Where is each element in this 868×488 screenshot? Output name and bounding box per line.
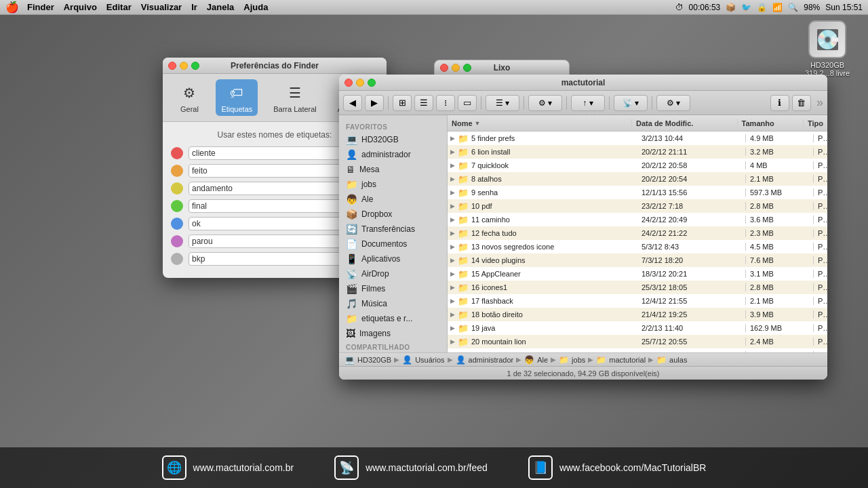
tab-barra-lateral[interactable]: ☰ Barra Lateral (268, 79, 322, 116)
breadcrumb-item[interactable]: 📁 jobs (559, 355, 585, 365)
table-row[interactable]: ▶ 📁 6 lion install 20/2/12 21:11 3.2 MB … (448, 145, 827, 159)
sidebar-icon: 📁 (346, 179, 357, 190)
menu-ajuda[interactable]: Ajuda (243, 2, 268, 12)
menu-janela[interactable]: Janela (207, 2, 234, 12)
sidebar-item-administrador[interactable]: 👤 administrador (339, 147, 447, 162)
forward-button[interactable]: ▶ (365, 95, 384, 111)
col-header-type[interactable]: Tipo (804, 119, 827, 127)
finder-minimize[interactable] (356, 79, 364, 87)
file-name-cell: ▶ 📁 9 senha (448, 188, 637, 198)
menu-ir[interactable]: Ir (191, 2, 197, 12)
cover-flow-button[interactable]: ▭ (458, 95, 477, 111)
table-row[interactable]: ▶ 📁 12 fecha tudo 24/2/12 21:22 2.3 MB P… (448, 226, 827, 240)
lixo-close[interactable] (440, 64, 448, 72)
table-row[interactable]: ▶ 📁 14 video plugins 7/3/12 18:20 7.6 MB… (448, 253, 827, 267)
tab-etiquetas[interactable]: 🏷 Etiquetas (216, 79, 258, 116)
breadcrumb-item[interactable]: 📁 mactutorial (596, 355, 646, 365)
table-row[interactable]: ▶ 📁 18 botão direito 21/4/12 19:25 3.9 M… (448, 308, 827, 321)
bottom-link-0[interactable]: 🌐 www.mactutorial.com.br (162, 455, 294, 480)
back-button[interactable]: ◀ (343, 95, 362, 111)
search-icon[interactable]: 🔍 (788, 3, 798, 12)
col-header-size[interactable]: Tamanho (738, 119, 804, 127)
sidebar-icon: 🎬 (346, 283, 357, 294)
table-row[interactable]: ▶ 📁 13 novos segredos icone 5/3/12 8:43 … (448, 240, 827, 253)
apple-menu[interactable]: 🍎 (5, 1, 19, 14)
sidebar-item-airdrop[interactable]: 📡 AirDrop (339, 266, 447, 281)
bottom-link-2[interactable]: 📘 www.facebook.com/MacTutorialBR (528, 455, 707, 480)
sidebar-item-aplicativos[interactable]: 📱 Aplicativos (339, 251, 447, 266)
file-name-cell: ▶ 📁 20 mountain lion (448, 337, 637, 347)
col-header-date[interactable]: Data de Modific. (632, 119, 738, 127)
expand-arrow: ▶ (450, 243, 455, 250)
breadcrumb-item[interactable]: 👤 administrador (456, 355, 514, 365)
finder-maximize[interactable] (368, 79, 376, 87)
icon-view-button[interactable]: ⊞ (393, 95, 412, 111)
breadcrumb-item[interactable]: 💻 HD320GB (344, 355, 391, 365)
get-info-button[interactable]: ℹ (770, 95, 789, 111)
sidebar-item-filmes[interactable]: 🎬 Filmes (339, 281, 447, 296)
sidebar-item-etiquetaser...[interactable]: 📁 etiquetas e r... (339, 311, 447, 326)
table-row[interactable]: ▶ 📁 5 finder prefs 3/2/13 10:44 4.9 MB P… (448, 131, 827, 145)
file-name-cell: ▶ 📁 21 calendar (448, 350, 637, 353)
breadcrumb-arrow: ▶ (648, 356, 654, 363)
menu-arquivo[interactable]: Arquivo (64, 2, 97, 12)
sidebar-item-imagens[interactable]: 🖼 Imagens (339, 326, 447, 341)
minimize-button[interactable] (180, 62, 188, 70)
sidebar-icon: 🎵 (346, 298, 357, 309)
sidebar-item-música[interactable]: 🎵 Música (339, 296, 447, 311)
airdrop-button[interactable]: 📡 ▾ (614, 95, 648, 111)
breadcrumb: 💻 HD320GB▶👤 Usuários▶👤 administrador▶👦 A… (339, 352, 827, 366)
sidebar-item-jobs[interactable]: 📁 jobs (339, 177, 447, 192)
close-button[interactable] (168, 62, 176, 70)
sidebar-item-ale[interactable]: 👦 Ale (339, 192, 447, 207)
toolbar-expand[interactable]: » (816, 96, 823, 110)
sidebar-item-dropbox[interactable]: 📦 Dropbox (339, 207, 447, 222)
col-header-name[interactable]: Nome ▼ (448, 119, 632, 127)
file-date: 25/7/12 20:55 (637, 338, 746, 346)
tab-barra-lateral-label: Barra Lateral (273, 105, 317, 113)
action-button[interactable]: ⚙ ▾ (528, 95, 562, 111)
list-view-button[interactable]: ☰ (414, 95, 433, 111)
sidebar-item-mesa[interactable]: 🖥 Mesa (339, 162, 447, 177)
file-date: 23/2/12 7:18 (637, 202, 746, 210)
desktop-hd-icon[interactable]: 💽 HD320GB319.2...8 livre (800, 20, 854, 77)
table-row[interactable]: ▶ 📁 7 quicklook 20/2/12 20:58 4 MB Pasta (448, 159, 827, 172)
file-rows: ▶ 📁 5 finder prefs 3/2/13 10:44 4.9 MB P… (448, 131, 827, 352)
sidebar-item-hd320gb[interactable]: 💻 HD320GB (339, 132, 447, 147)
share-button[interactable]: ↑ ▾ (571, 95, 605, 111)
breadcrumb-item[interactable]: 👤 Usuários (402, 355, 444, 365)
delete-button[interactable]: 🗑 (792, 95, 811, 111)
sidebar-item-label: Documentos (361, 239, 407, 249)
breadcrumb-icon: 👤 (456, 355, 466, 365)
sidebar-item-documentos[interactable]: 📄 Documentos (339, 237, 447, 251)
menu-editar[interactable]: Editar (106, 2, 132, 12)
table-row[interactable]: ▶ 📁 10 pdf 23/2/12 7:18 2.8 MB Pasta (448, 199, 827, 213)
folder-icon: 📁 (458, 296, 469, 306)
folder-icon: 📁 (458, 134, 469, 144)
bottom-link-1[interactable]: 📡 www.mactutorial.com.br/feed (334, 455, 488, 480)
maximize-button[interactable] (191, 62, 199, 70)
finder-close[interactable] (344, 79, 353, 87)
table-row[interactable]: ▶ 📁 9 senha 12/1/13 15:56 597.3 MB Pasta (448, 186, 827, 199)
expand-arrow: ▶ (450, 338, 455, 345)
arrange-button[interactable]: ☰ ▾ (486, 95, 519, 111)
menu-finder[interactable]: Finder (27, 2, 54, 12)
table-row[interactable]: ▶ 📁 16 icones1 25/3/12 18:05 2.8 MB Past… (448, 281, 827, 294)
table-row[interactable]: ▶ 📁 8 atalhos 20/2/12 20:54 2.1 MB Pasta (448, 172, 827, 186)
file-size: 2.8 MB (746, 202, 814, 210)
lixo-minimize[interactable] (452, 64, 460, 72)
table-row[interactable]: ▶ 📁 15 AppCleaner 18/3/12 20:21 3.1 MB P… (448, 267, 827, 281)
tab-geral[interactable]: ⚙ Geral (173, 79, 205, 116)
menu-visualizar[interactable]: Visualizar (141, 2, 182, 12)
column-view-button[interactable]: ⫶ (436, 95, 455, 111)
breadcrumb-item[interactable]: 👦 Ale (524, 355, 548, 365)
table-row[interactable]: ▶ 📁 17 flashback 12/4/12 21:55 2.1 MB Pa… (448, 294, 827, 308)
table-row[interactable]: ▶ 📁 11 caminho 24/2/12 20:49 3.6 MB Past… (448, 213, 827, 226)
table-row[interactable]: ▶ 📁 20 mountain lion 25/7/12 20:55 2.4 M… (448, 335, 827, 348)
table-row[interactable]: ▶ 📁 19 java 2/2/13 11:40 162.9 MB Pasta (448, 321, 827, 335)
more-button[interactable]: ⚙ ▾ (656, 95, 690, 111)
breadcrumb-item[interactable]: 📁 aulas (656, 355, 687, 365)
sidebar-item-transferências[interactable]: 🔄 Transferências (339, 222, 447, 237)
table-row[interactable]: ▶ 📁 21 calendar 15/12/12 9:59 2.5 MB Pas… (448, 348, 827, 352)
lixo-maximize[interactable] (463, 64, 471, 72)
